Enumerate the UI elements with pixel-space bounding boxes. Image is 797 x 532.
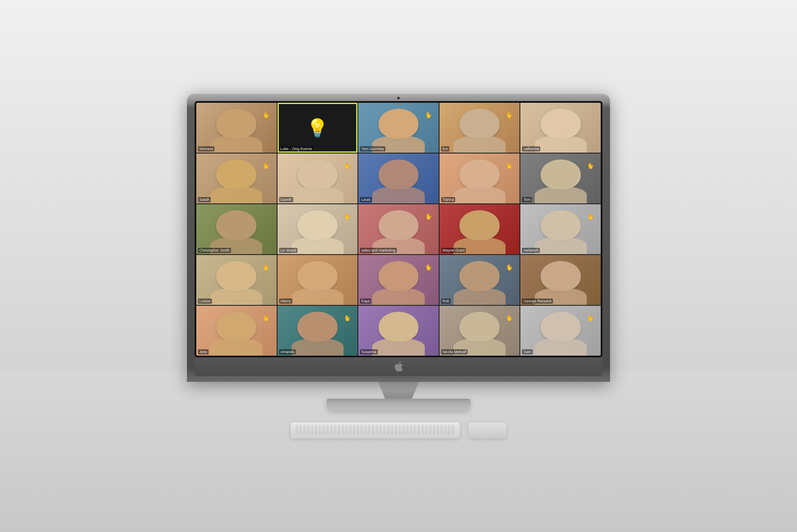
video-cell-amanda: ✋Amanda xyxy=(278,306,358,356)
participant-name-label: Sam xyxy=(522,349,533,354)
participant-name-label: Sarah xyxy=(198,197,211,202)
participant-name-label: Em xyxy=(441,146,450,151)
video-cell-louis: Louis xyxy=(358,154,439,203)
video-cell-gareth: ✋Gareth xyxy=(278,154,358,203)
participant-name-label: Tom Gormley xyxy=(360,146,385,151)
video-cell-liz-wood: ✋Liz Wood xyxy=(278,204,358,254)
participant-name-label: Tiahna xyxy=(441,197,455,202)
participant-name-label: Gareth xyxy=(279,197,294,202)
participant-name-label: Amanda xyxy=(279,349,296,354)
video-cell-cherry: cherry xyxy=(278,255,358,305)
imac-stand-base xyxy=(327,399,470,411)
trackpad[interactable] xyxy=(468,422,506,439)
apple-logo-icon xyxy=(394,361,403,372)
participant-name-label: Tom xyxy=(522,197,532,202)
participant-name-label: Rob xyxy=(441,299,451,304)
video-cell-em: ✋Em xyxy=(440,103,520,153)
imac-stand-neck xyxy=(365,382,432,399)
keyboard-area xyxy=(291,422,506,439)
video-cell-sam: ✋Sam xyxy=(520,306,601,356)
participant-name-label: cherry xyxy=(279,299,292,304)
participant-name-label: Winners xyxy=(198,146,214,151)
participant-name-label: Nicola Metcalf xyxy=(441,349,468,354)
video-cell-jess: ✋Jess xyxy=(196,306,277,356)
video-cell-sales-and-marketing: ✋sales and marketing xyxy=(358,204,439,254)
video-cell-louise: ✋Louise xyxy=(196,255,277,305)
video-cell-sarah: ✋Sarah xyxy=(196,154,277,203)
video-cell-tiahna: ✋Tiahna xyxy=(440,154,520,203)
participant-name-label: Jess xyxy=(198,349,209,354)
participant-name-label: George Renwick xyxy=(522,299,553,304)
video-cell-nicola-metcalf: ✋Nicola Metcalf xyxy=(440,306,520,356)
participant-name-label: Susanna xyxy=(360,349,378,354)
participant-name-label: catherine xyxy=(522,146,540,151)
imac-computer: ✋Winners💡Luke - Zing Events✋Tom Gormley✋… xyxy=(187,93,610,439)
video-cell-george-renwick: George Renwick xyxy=(520,255,601,305)
participant-name-label: Louis xyxy=(360,197,372,202)
keyboard[interactable] xyxy=(291,422,460,439)
participant-name-label: Wayne Grant xyxy=(441,248,466,253)
video-grid: ✋Winners💡Luke - Zing Events✋Tom Gormley✋… xyxy=(196,103,601,356)
video-cell-christopher-smith: Christopher Smith xyxy=(196,204,277,254)
participant-name-label: melanich xyxy=(522,248,540,253)
video-cell-luke---zing-events: 💡Luke - Zing Events xyxy=(278,103,358,153)
video-cell-wayne-grant: Wayne Grant xyxy=(440,204,520,254)
video-cell-catherine: catherine xyxy=(520,103,601,153)
participant-name-label: Christopher Smith xyxy=(198,248,231,253)
screen-border: ✋Winners💡Luke - Zing Events✋Tom Gormley✋… xyxy=(195,101,602,357)
video-cell-tom: ✋Tom xyxy=(520,154,601,203)
imac-chin xyxy=(195,357,602,376)
participant-name-label: Liz Wood xyxy=(279,248,297,253)
video-cell-faye: ✋Faye xyxy=(358,255,439,305)
video-cell-susanna: Susanna xyxy=(358,306,439,356)
video-cell-rob: ✋Rob xyxy=(440,255,520,305)
participant-name-label: Faye xyxy=(360,299,371,304)
imac-monitor: ✋Winners💡Luke - Zing Events✋Tom Gormley✋… xyxy=(187,93,610,382)
video-cell-tom-gormley: ✋Tom Gormley xyxy=(358,103,439,153)
video-cell-melanich: ✋melanich xyxy=(520,204,601,254)
participant-name-label: Luke - Zing Events xyxy=(279,146,313,151)
screen: ✋Winners💡Luke - Zing Events✋Tom Gormley✋… xyxy=(196,103,601,356)
video-cell-winners: ✋Winners xyxy=(196,103,277,153)
participant-name-label: sales and marketing xyxy=(360,248,397,253)
participant-name-label: Louise xyxy=(198,299,212,304)
